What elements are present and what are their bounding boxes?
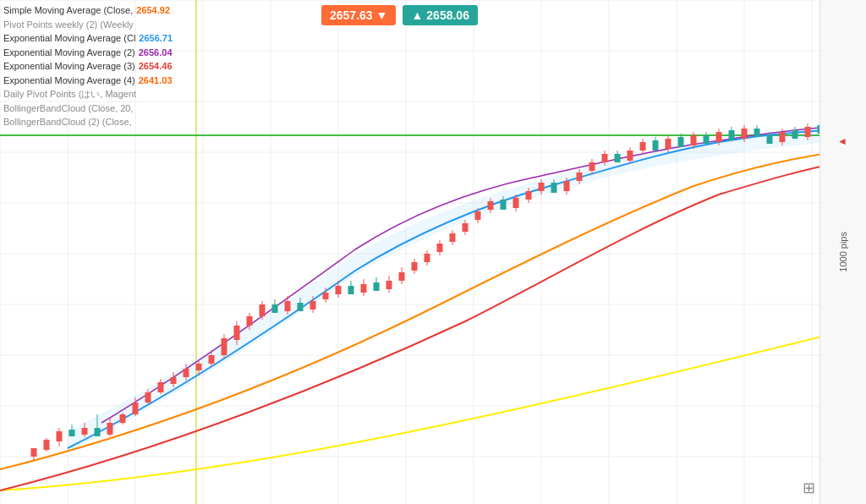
scale-label: 1000 pips — [838, 232, 848, 272]
chart-tools-icon[interactable]: ⊞ — [803, 479, 815, 497]
right-arrow-indicator: ◄ — [837, 135, 847, 147]
chart-container — [0, 0, 849, 504]
right-scale: 1000 pips — [819, 0, 866, 504]
badge-up: ▲ 2658.06 — [403, 5, 477, 25]
badge-down: 2657.63 ▼ — [321, 5, 396, 25]
price-badges: 2657.63 ▼ ▲ 2658.06 — [321, 5, 478, 25]
